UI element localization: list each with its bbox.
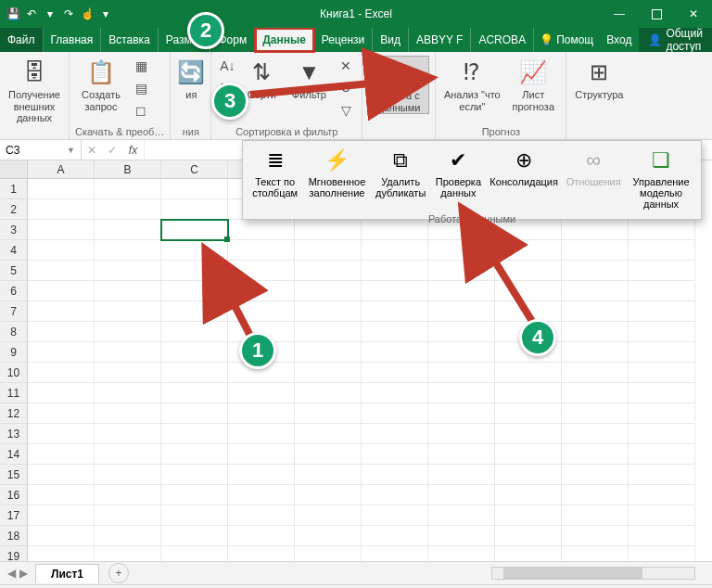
cell[interactable] [28, 505, 95, 526]
recent-sources-icon[interactable]: ◻ [131, 100, 151, 121]
tell-me[interactable]: 💡Помощ [534, 28, 599, 52]
cell[interactable] [295, 505, 362, 526]
login-link[interactable]: Вход [599, 28, 639, 52]
cell[interactable] [295, 281, 362, 301]
close-button[interactable]: ✕ [675, 0, 712, 28]
cell[interactable] [495, 363, 562, 383]
cell[interactable] [295, 444, 362, 465]
cell[interactable] [295, 301, 362, 322]
cell[interactable] [295, 403, 362, 424]
cell[interactable] [228, 505, 295, 526]
cell[interactable] [629, 444, 695, 465]
cell[interactable] [161, 403, 228, 424]
cell[interactable] [161, 526, 228, 546]
sheet-nav-prev-icon[interactable]: ◀ [7, 567, 16, 580]
from-table-icon[interactable]: ▤ [131, 78, 151, 98]
cell[interactable] [562, 403, 629, 424]
cell[interactable] [161, 444, 228, 465]
cell[interactable] [95, 179, 161, 199]
cell[interactable] [629, 424, 695, 444]
cell[interactable] [428, 363, 495, 383]
cell[interactable] [428, 383, 495, 403]
ribbon-display-icon[interactable] [113, 0, 150, 28]
cell[interactable] [495, 444, 562, 465]
cell[interactable] [362, 465, 428, 485]
cell[interactable] [562, 342, 629, 363]
cell[interactable] [495, 546, 562, 561]
cell[interactable] [495, 465, 562, 485]
cell[interactable] [562, 322, 629, 342]
cell[interactable] [295, 424, 362, 444]
cell[interactable] [629, 342, 695, 363]
cell[interactable] [95, 199, 161, 220]
row-header[interactable]: 18 [0, 526, 28, 546]
cell[interactable] [95, 363, 161, 383]
cell[interactable] [161, 505, 228, 526]
cell[interactable] [295, 465, 362, 485]
manage-data-model-button[interactable]: ❏Управление моделью данных [627, 145, 695, 211]
cell[interactable] [295, 383, 362, 403]
cell[interactable] [362, 505, 428, 526]
cell[interactable] [28, 199, 95, 220]
cell[interactable] [495, 403, 562, 424]
cell[interactable] [28, 220, 95, 240]
cell[interactable] [562, 383, 629, 403]
row-header[interactable]: 19 [0, 546, 28, 561]
whatif-button[interactable]: ⁉ Анализ "что если" [441, 56, 502, 112]
cell[interactable] [295, 546, 362, 561]
sort-az-icon[interactable]: A↓ [217, 56, 237, 76]
row-header[interactable]: 15 [0, 465, 28, 485]
cell[interactable] [95, 403, 161, 424]
cell[interactable] [362, 261, 428, 281]
cell[interactable] [362, 342, 428, 363]
tab-home[interactable]: Главная [44, 28, 102, 52]
row-header[interactable]: 9 [0, 342, 28, 363]
text-to-columns-button[interactable]: ≣Текст по столбцам [248, 145, 301, 200]
cell[interactable] [95, 261, 161, 281]
cell[interactable] [95, 546, 161, 561]
outline-button[interactable]: ⊞ Структура [572, 56, 626, 101]
cell[interactable] [28, 383, 95, 403]
cell[interactable] [95, 322, 161, 342]
cell[interactable] [95, 465, 161, 485]
cell[interactable] [228, 383, 295, 403]
cell[interactable] [428, 505, 495, 526]
cell[interactable] [228, 465, 295, 485]
get-external-data-button[interactable]: 🗄 Получение внешних данных [6, 56, 63, 124]
cell[interactable] [629, 363, 695, 383]
row-header[interactable]: 6 [0, 281, 28, 301]
cell[interactable] [95, 301, 161, 322]
flash-fill-button[interactable]: ⚡Мгновенное заполнение [305, 145, 368, 200]
forecast-sheet-button[interactable]: 📈 Лист прогноза [506, 56, 560, 112]
tab-abbyy[interactable]: ABBYY F [409, 28, 471, 52]
cell[interactable] [28, 322, 95, 342]
tab-insert[interactable]: Вставка [101, 28, 159, 52]
cell[interactable] [629, 240, 695, 261]
row-header[interactable]: 7 [0, 301, 28, 322]
row-header[interactable]: 11 [0, 383, 28, 403]
cell[interactable] [362, 403, 428, 424]
cell[interactable] [95, 281, 161, 301]
cell[interactable] [562, 240, 629, 261]
cell[interactable] [95, 485, 161, 505]
cell[interactable] [228, 526, 295, 546]
row-header[interactable]: 10 [0, 363, 28, 383]
tab-data[interactable]: Данные [255, 28, 314, 52]
row-header[interactable]: 8 [0, 322, 28, 342]
row-header[interactable]: 12 [0, 403, 28, 424]
cell[interactable] [28, 240, 95, 261]
qat-customize-icon[interactable]: ▾ [98, 6, 113, 21]
row-header[interactable]: 3 [0, 220, 28, 240]
cell[interactable] [562, 301, 629, 322]
horizontal-scrollbar[interactable] [491, 567, 695, 580]
consolidate-button[interactable]: ⊕Консолидация [488, 145, 560, 189]
cell[interactable] [362, 485, 428, 505]
refresh-button[interactable]: 🔄 ия [176, 56, 206, 101]
cell[interactable] [161, 363, 228, 383]
tab-acrobat[interactable]: ACROBA [471, 28, 534, 52]
cell[interactable] [629, 261, 695, 281]
fx-button[interactable]: fx [122, 140, 145, 160]
cell[interactable] [362, 526, 428, 546]
cell[interactable] [562, 444, 629, 465]
column-header[interactable]: B [95, 160, 161, 179]
